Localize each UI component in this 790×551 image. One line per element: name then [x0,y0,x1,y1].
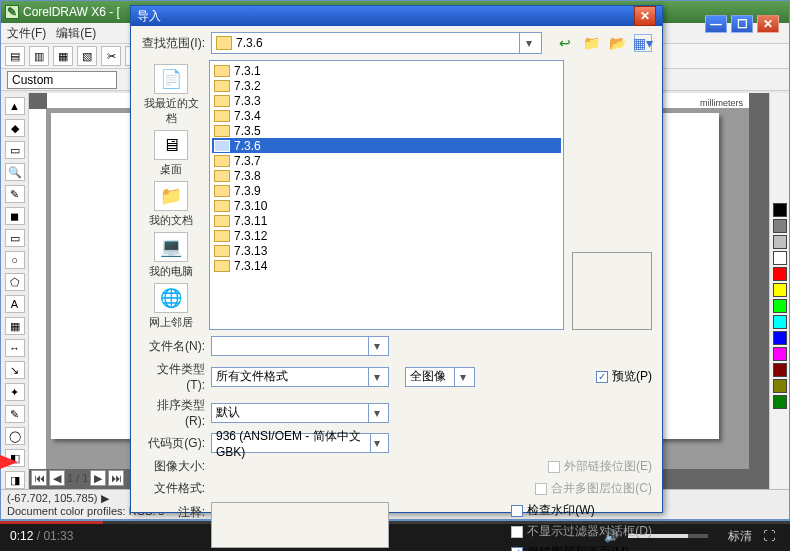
page-first-button[interactable]: ⏮ [31,470,47,486]
menu-file[interactable]: 文件(F) [7,25,46,42]
rectangle-tool[interactable]: ▭ [5,229,25,247]
sorttype-label: 排序类型(R): [139,397,205,428]
folder-item[interactable]: 7.3.9 [212,183,561,198]
check-watermark-checkbox[interactable]: 检查水印(W) [511,502,652,519]
codepage-combo[interactable]: 936 (ANSI/OEM - 简体中文 GBK) ▾ [211,433,389,453]
minimize-button[interactable]: — [705,15,727,33]
place-1[interactable]: 🖥桌面 [143,130,199,177]
outline-tool[interactable]: ◯ [5,427,25,445]
folder-item[interactable]: 7.3.5 [212,123,561,138]
filetype-combo[interactable]: 所有文件格式 ▾ [211,367,389,387]
interactive-fill-tool[interactable]: ◨ [5,471,25,489]
shape-tool[interactable]: ◆ [5,119,25,137]
maximize-button[interactable]: ☐ [731,15,753,33]
folder-name: 7.3.13 [234,244,267,258]
place-4[interactable]: 🌐网上邻居 [143,283,199,330]
chevron-down-icon: ▾ [368,404,384,422]
page-next-button[interactable]: ▶ [90,470,106,486]
folder-name: 7.3.4 [234,109,261,123]
color-swatch[interactable] [773,251,787,265]
dialog-close-button[interactable]: ✕ [634,6,656,26]
color-swatch[interactable] [773,331,787,345]
dimension-tool[interactable]: ↔ [5,339,25,357]
page-navigator: ⏮ ◀ 1 / 1 ▶ ⏭ [31,469,124,487]
place-icon: 📄 [154,64,188,94]
show-filter-label: 不显示过滤器对话框(D) [527,523,652,540]
fileformat-label: 文件格式: [139,480,205,497]
folder-item[interactable]: 7.3.4 [212,108,561,123]
color-palette [769,93,789,489]
color-swatch[interactable] [773,283,787,297]
color-swatch[interactable] [773,315,787,329]
quality-button[interactable]: 标清 [728,528,752,545]
open-button[interactable]: ▥ [29,46,49,66]
folder-icon [214,245,230,257]
menu-edit[interactable]: 编辑(E) [56,25,96,42]
color-swatch[interactable] [773,395,787,409]
folder-item[interactable]: 7.3.12 [212,228,561,243]
sorttype-combo[interactable]: 默认 ▾ [211,403,389,423]
folder-item[interactable]: 7.3.8 [212,168,561,183]
folder-item[interactable]: 7.3.6 [212,138,561,153]
crop-tool[interactable]: ▭ [5,141,25,159]
save-button[interactable]: ▦ [53,46,73,66]
color-swatch[interactable] [773,235,787,249]
folder-icon [214,95,230,107]
color-swatch[interactable] [773,299,787,313]
color-swatch[interactable] [773,363,787,377]
place-0[interactable]: 📄我最近的文档 [143,64,199,126]
color-swatch[interactable] [773,267,787,281]
zoom-tool[interactable]: 🔍 [5,163,25,181]
dialog-titlebar: 导入 ✕ [131,6,662,26]
color-swatch[interactable] [773,203,787,217]
folder-item[interactable]: 7.3.2 [212,78,561,93]
preview-checkbox[interactable]: ✓ 预览(P) [596,368,652,385]
view-menu-button[interactable]: ▦▾ [634,34,652,52]
keep-page-checkbox[interactable]: ✓ 保持图层和页面(M) [511,544,652,551]
places-bar: 📄我最近的文档🖥桌面📁我的文档💻我的电脑🌐网上邻居 [139,60,203,330]
page-last-button[interactable]: ⏭ [108,470,124,486]
page-preset-combo[interactable]: Custom [7,71,117,89]
fullscreen-icon[interactable]: ⛶ [758,525,780,547]
folder-icon [214,110,230,122]
place-3[interactable]: 💻我的电脑 [143,232,199,279]
pick-tool[interactable]: ▲ [5,97,25,115]
effects-tool[interactable]: ✦ [5,383,25,401]
new-doc-button[interactable]: ▤ [5,46,25,66]
back-button[interactable]: ↩ [556,34,574,52]
place-label: 网上邻居 [149,315,193,330]
close-button[interactable]: ✕ [757,15,779,33]
color-swatch[interactable] [773,219,787,233]
folder-item[interactable]: 7.3.14 [212,258,561,273]
folder-item[interactable]: 7.3.7 [212,153,561,168]
page-indicator: 1 / 1 [67,472,88,484]
ellipse-tool[interactable]: ○ [5,251,25,269]
connector-tool[interactable]: ↘ [5,361,25,379]
folder-item[interactable]: 7.3.13 [212,243,561,258]
color-swatch[interactable] [773,347,787,361]
text-tool[interactable]: A [5,295,25,313]
folder-item[interactable]: 7.3.1 [212,63,561,78]
print-button[interactable]: ▧ [77,46,97,66]
folder-item[interactable]: 7.3.3 [212,93,561,108]
color-swatch[interactable] [773,379,787,393]
up-one-level-button[interactable]: 📁 [582,34,600,52]
table-tool[interactable]: ▦ [5,317,25,335]
file-listing[interactable]: 7.3.17.3.27.3.37.3.47.3.57.3.67.3.77.3.8… [209,60,564,330]
smart-fill-tool[interactable]: ◼ [5,207,25,225]
lookin-combo[interactable]: 7.3.6 ▾ [211,32,542,54]
eyedropper-tool[interactable]: ✎ [5,405,25,423]
new-folder-button[interactable]: 📂 [608,34,626,52]
page-prev-button[interactable]: ◀ [49,470,65,486]
freehand-tool[interactable]: ✎ [5,185,25,203]
place-2[interactable]: 📁我的文档 [143,181,199,228]
video-current-time: 0:12 [10,529,33,543]
folder-icon [214,215,230,227]
folder-item[interactable]: 7.3.11 [212,213,561,228]
cut-button[interactable]: ✂ [101,46,121,66]
folder-icon [214,230,230,242]
folder-item[interactable]: 7.3.10 [212,198,561,213]
polygon-tool[interactable]: ⬠ [5,273,25,291]
filename-input[interactable]: ▾ [211,336,389,356]
full-image-combo[interactable]: 全图像 ▾ [405,367,475,387]
